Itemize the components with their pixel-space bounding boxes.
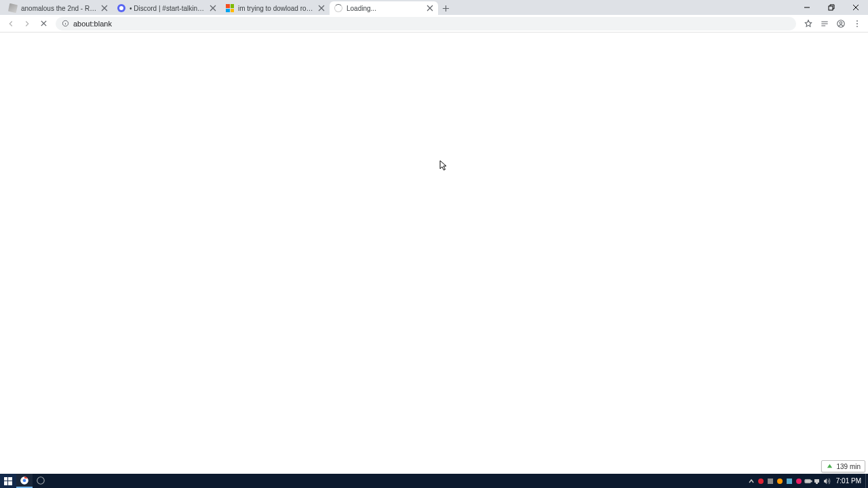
- svg-rect-0: [829, 6, 833, 10]
- tab-title: anomalous the 2nd - Roblox: [21, 5, 98, 12]
- taskbar-clock[interactable]: 7:01 PM: [832, 477, 865, 485]
- tray-app-5-icon[interactable]: [794, 474, 804, 488]
- taskbar-app[interactable]: [33, 474, 49, 488]
- tray-app-1-icon[interactable]: [756, 474, 766, 488]
- svg-point-18: [796, 479, 802, 484]
- maximize-button[interactable]: [819, 0, 844, 15]
- tab-title: im trying to dowload roblox fro: [238, 5, 315, 12]
- svg-rect-15: [768, 479, 773, 484]
- svg-point-3: [840, 22, 842, 24]
- windows-taskbar: 7:01 PM: [0, 474, 868, 488]
- svg-point-14: [758, 479, 764, 484]
- system-tray: 7:01 PM: [747, 474, 868, 488]
- svg-point-16: [777, 479, 783, 484]
- bookmark-star-icon[interactable]: [802, 17, 815, 30]
- start-button[interactable]: [0, 474, 16, 488]
- tray-app-3-icon[interactable]: [775, 474, 785, 488]
- chrome-menu-icon[interactable]: [850, 17, 864, 30]
- timer-up-icon: [826, 463, 833, 470]
- stop-reload-button[interactable]: [37, 17, 50, 30]
- browser-toolbar: [0, 15, 868, 33]
- forward-button[interactable]: [20, 17, 34, 30]
- bing-icon: [225, 3, 235, 13]
- svg-rect-20: [811, 481, 812, 482]
- tray-network-icon[interactable]: [813, 474, 823, 488]
- loading-spinner-icon: [334, 3, 343, 13]
- timer-widget[interactable]: 139 min: [821, 460, 865, 472]
- svg-rect-23: [816, 483, 818, 484]
- svg-rect-21: [805, 480, 810, 482]
- close-tab-icon[interactable]: [209, 4, 217, 12]
- tab-roblox[interactable]: anomalous the 2nd - Roblox: [4, 1, 113, 15]
- tab-loading[interactable]: Loading...: [330, 1, 438, 15]
- new-tab-button[interactable]: [438, 1, 453, 15]
- minimize-button[interactable]: [795, 0, 819, 15]
- tray-volume-icon[interactable]: [823, 474, 832, 488]
- svg-rect-17: [787, 479, 792, 484]
- svg-point-13: [37, 476, 45, 484]
- show-desktop-button[interactable]: [865, 474, 868, 488]
- mouse-cursor-icon: [439, 160, 448, 172]
- svg-point-6: [856, 26, 858, 27]
- timer-text: 139 min: [836, 463, 861, 470]
- page-content: 139 min: [0, 33, 868, 474]
- close-tab-icon[interactable]: [426, 4, 434, 12]
- tab-bing-search[interactable]: im trying to dowload roblox fro: [221, 1, 330, 15]
- roblox-icon: [8, 3, 18, 13]
- taskbar-chrome[interactable]: [16, 474, 33, 488]
- profile-avatar-icon[interactable]: [834, 17, 848, 30]
- tray-hidden-icons[interactable]: [747, 474, 756, 488]
- svg-rect-22: [814, 479, 819, 483]
- tray-app-2-icon[interactable]: [766, 474, 775, 488]
- svg-rect-7: [4, 477, 7, 481]
- svg-point-4: [856, 20, 858, 21]
- tab-discord[interactable]: • Discord | #start-talking | Land o: [113, 1, 221, 15]
- tab-title: • Discord | #start-talking | Land o: [130, 5, 206, 12]
- url-input[interactable]: [73, 20, 791, 28]
- discord-icon: [117, 3, 126, 13]
- svg-rect-9: [4, 481, 7, 485]
- window-controls: [795, 0, 868, 15]
- svg-rect-8: [8, 477, 12, 481]
- svg-point-5: [856, 23, 858, 24]
- svg-rect-10: [8, 481, 12, 485]
- tray-app-4-icon[interactable]: [785, 474, 794, 488]
- reading-list-icon[interactable]: [818, 17, 831, 30]
- close-tab-icon[interactable]: [100, 4, 108, 12]
- svg-point-12: [23, 479, 26, 482]
- close-window-button[interactable]: [844, 0, 868, 15]
- site-info-icon[interactable]: [61, 20, 69, 28]
- tab-title: Loading...: [347, 5, 423, 12]
- tab-strip: anomalous the 2nd - Roblox • Discord | #…: [0, 0, 868, 15]
- close-tab-icon[interactable]: [317, 4, 326, 12]
- back-button[interactable]: [4, 17, 18, 30]
- tray-battery-icon[interactable]: [804, 474, 813, 488]
- address-bar[interactable]: [56, 17, 796, 30]
